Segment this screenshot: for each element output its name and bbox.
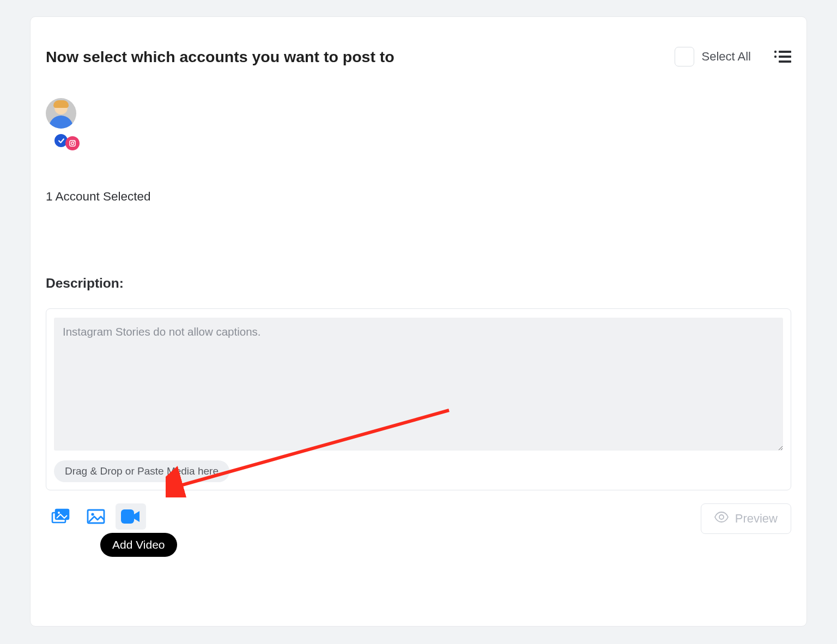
avatar-icon <box>46 98 76 129</box>
description-box: Drag & Drop or Paste Media here <box>46 308 791 490</box>
svg-rect-1 <box>779 51 791 53</box>
page-title: Now select which accounts you want to po… <box>46 48 395 66</box>
eye-icon <box>714 512 729 526</box>
select-all-group: Select All <box>675 47 751 66</box>
add-video-tooltip: Add Video <box>100 533 177 557</box>
description-label: Description: <box>46 276 791 291</box>
tooltip-label: Add Video <box>100 533 177 557</box>
media-library-icon <box>51 508 71 525</box>
svg-point-12 <box>91 513 94 515</box>
svg-point-10 <box>58 512 60 514</box>
post-composer-card: Now select which accounts you want to po… <box>30 16 807 627</box>
add-video-button[interactable] <box>116 503 146 530</box>
account-avatar-item[interactable] <box>46 98 76 147</box>
svg-point-2 <box>774 56 777 58</box>
image-icon <box>87 509 105 524</box>
media-library-button[interactable] <box>46 503 76 530</box>
svg-point-0 <box>774 51 777 53</box>
selected-count-label: 1 Account Selected <box>46 190 791 204</box>
drag-drop-hint[interactable]: Drag & Drop or Paste Media here <box>54 460 229 482</box>
list-view-icon[interactable] <box>774 50 791 64</box>
add-image-button[interactable] <box>81 503 111 530</box>
svg-point-14 <box>719 515 724 519</box>
svg-rect-3 <box>779 56 791 58</box>
select-all-checkbox[interactable] <box>675 47 694 66</box>
svg-rect-4 <box>779 60 791 63</box>
instagram-badge-icon <box>65 136 80 150</box>
svg-point-7 <box>74 141 75 142</box>
header-right: Select All <box>675 47 792 66</box>
preview-button[interactable]: Preview <box>701 503 791 534</box>
header-row: Now select which accounts you want to po… <box>46 47 791 66</box>
svg-point-6 <box>71 142 74 145</box>
video-icon <box>121 509 141 524</box>
select-all-label: Select All <box>702 50 751 64</box>
preview-label: Preview <box>735 512 778 526</box>
bottom-row: Add Video Preview <box>46 503 791 534</box>
svg-rect-13 <box>121 509 134 524</box>
accounts-row <box>46 98 791 147</box>
description-textarea[interactable] <box>54 318 783 451</box>
media-buttons: Add Video <box>46 503 146 530</box>
